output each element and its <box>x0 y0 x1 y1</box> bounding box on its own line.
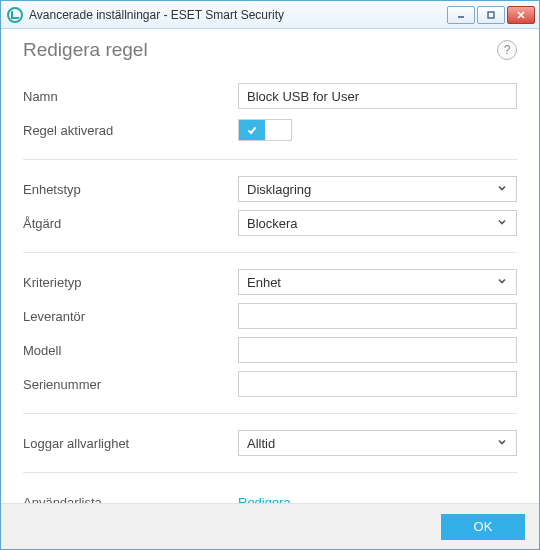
row-model: Modell <box>23 333 517 367</box>
action-label: Åtgärd <box>23 216 238 231</box>
criteria-type-label: Kriterietyp <box>23 275 238 290</box>
help-button[interactable]: ? <box>497 40 517 60</box>
row-criteria-type: Kriterietyp Enhet <box>23 265 517 299</box>
maximize-button[interactable] <box>477 6 505 24</box>
dialog-footer: OK <box>1 503 539 549</box>
chevron-down-icon <box>496 436 508 451</box>
log-severity-value: Alltid <box>247 436 275 451</box>
close-button[interactable] <box>507 6 535 24</box>
name-label: Namn <box>23 89 238 104</box>
page-header: Redigera regel ? <box>23 39 517 61</box>
row-enabled: Regel aktiverad <box>23 113 517 147</box>
chevron-down-icon <box>496 275 508 290</box>
vendor-input[interactable] <box>238 303 517 329</box>
row-user-list: Användarlista Redigera <box>23 485 517 503</box>
ok-button[interactable]: OK <box>441 514 525 540</box>
window-controls <box>447 6 535 24</box>
criteria-type-value: Enhet <box>247 275 281 290</box>
model-input[interactable] <box>238 337 517 363</box>
page-title: Redigera regel <box>23 39 148 61</box>
check-icon <box>239 120 265 140</box>
user-list-edit-link[interactable]: Redigera <box>238 495 291 503</box>
action-select[interactable]: Blockera <box>238 210 517 236</box>
device-type-value: Disklagring <box>247 182 311 197</box>
row-device-type: Enhetstyp Disklagring <box>23 172 517 206</box>
titlebar[interactable]: Avancerade inställningar - ESET Smart Se… <box>1 1 539 29</box>
row-name: Namn <box>23 79 517 113</box>
device-type-label: Enhetstyp <box>23 182 238 197</box>
row-action: Åtgärd Blockera <box>23 206 517 240</box>
user-list-label: Användarlista <box>23 495 238 504</box>
action-value: Blockera <box>247 216 298 231</box>
chevron-down-icon <box>496 216 508 231</box>
enabled-toggle[interactable] <box>238 119 292 141</box>
divider <box>23 413 517 414</box>
svg-rect-1 <box>488 12 494 18</box>
row-vendor: Leverantör <box>23 299 517 333</box>
model-label: Modell <box>23 343 238 358</box>
criteria-type-select[interactable]: Enhet <box>238 269 517 295</box>
log-severity-label: Loggar allvarlighet <box>23 436 238 451</box>
toggle-off-side <box>265 120 291 140</box>
window-title: Avancerade inställningar - ESET Smart Se… <box>29 8 447 22</box>
row-serial: Serienummer <box>23 367 517 401</box>
content-area: Redigera regel ? Namn Regel aktiverad <box>1 29 539 503</box>
minimize-button[interactable] <box>447 6 475 24</box>
chevron-down-icon <box>496 182 508 197</box>
window-frame: Avancerade inställningar - ESET Smart Se… <box>0 0 540 550</box>
divider <box>23 159 517 160</box>
form-area: Namn Regel aktiverad En <box>23 79 517 503</box>
vendor-label: Leverantör <box>23 309 238 324</box>
divider <box>23 252 517 253</box>
eset-app-icon <box>7 7 23 23</box>
log-severity-select[interactable]: Alltid <box>238 430 517 456</box>
name-input[interactable] <box>238 83 517 109</box>
serial-label: Serienummer <box>23 377 238 392</box>
serial-input[interactable] <box>238 371 517 397</box>
device-type-select[interactable]: Disklagring <box>238 176 517 202</box>
enabled-label: Regel aktiverad <box>23 123 238 138</box>
row-log-severity: Loggar allvarlighet Alltid <box>23 426 517 460</box>
divider <box>23 472 517 473</box>
